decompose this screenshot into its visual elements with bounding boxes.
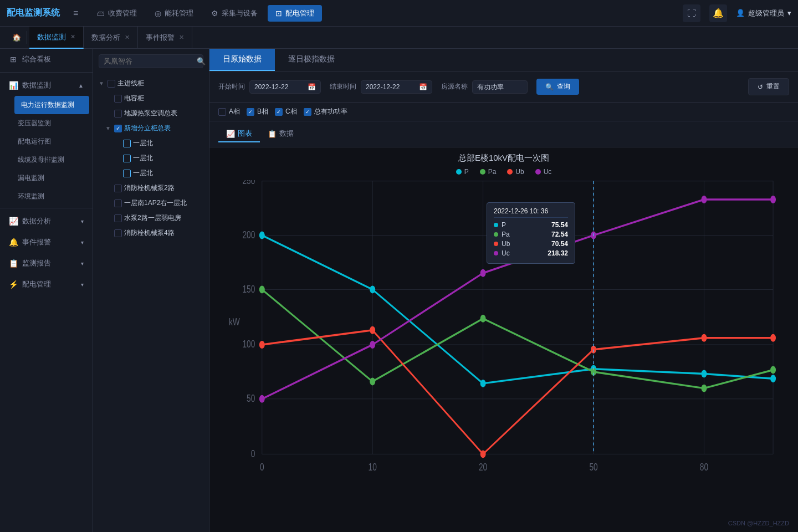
tab-riyuanshi[interactable]: 日原始数据	[209, 49, 275, 71]
data-view-btn[interactable]: 📋 数据	[260, 126, 301, 142]
jiancebao-arrow: ▾	[81, 260, 84, 267]
sidebar-item-xianlanyumupai[interactable]: 线缆及母排监测	[11, 151, 93, 169]
sidebar-item-shujufenxi[interactable]: 📈 数据分析 ▾	[0, 211, 93, 232]
cb-box-C[interactable]: ✓	[275, 108, 283, 116]
sidebar-item-dianli[interactable]: 电力运行数据监测	[14, 96, 89, 114]
query-button[interactable]: 🔍 查询	[536, 79, 579, 95]
tab-shuju-jiance[interactable]: 数据监测 ✕	[29, 27, 84, 49]
search-icon[interactable]: 🔍	[197, 57, 206, 65]
room-select[interactable]: 有功功率无功功率电流电压	[472, 80, 528, 94]
svg-text:80: 80	[700, 461, 708, 473]
cb-B-phase[interactable]: ✓ B相	[247, 107, 268, 116]
end-time-group: 结束时间 📅	[330, 80, 432, 94]
tree-node-main-bus[interactable]: ▼ 主进线柜	[93, 76, 209, 91]
end-date-input[interactable]	[366, 83, 416, 91]
tree-node-yicengbei1[interactable]: 一层北	[93, 136, 209, 151]
peidian2-arrow: ▾	[81, 282, 84, 288]
nav-shoufei[interactable]: 🗃 收费管理	[89, 5, 145, 22]
sidebar-item-shijianbaojing[interactable]: 🔔 事件报警 ▾	[0, 232, 93, 253]
user-menu[interactable]: 👤 超级管理员 ▾	[736, 8, 791, 18]
tree-node-yicengnan[interactable]: 一层南1AP2右一层北	[93, 196, 209, 211]
dot-P-4	[701, 370, 707, 377]
checkbox-yicengbei2[interactable]	[123, 155, 131, 162]
end-calendar-icon[interactable]: 📅	[419, 83, 427, 91]
tree-node-shuibeng2[interactable]: 水泵2路一层弱电房	[93, 211, 209, 226]
cb-box-total[interactable]: ✓	[304, 108, 311, 116]
checkbox-diyanre[interactable]	[114, 110, 122, 117]
checkbox-xiaofang2[interactable]	[114, 185, 122, 192]
start-date-input[interactable]	[254, 83, 304, 91]
tree-node-yicengbei3[interactable]: 一层北	[93, 166, 209, 181]
legend-dot-Pa	[480, 169, 485, 175]
sidebar-item-shujujiance[interactable]: 📊 数据监测 ▲	[0, 75, 93, 96]
svg-text:20: 20	[479, 461, 487, 473]
nav-caiji[interactable]: ⚙ 采集与设备	[203, 5, 265, 22]
start-calendar-icon[interactable]: 📅	[308, 83, 316, 91]
sidebar-item-jiancebao[interactable]: 📋 监测报告 ▾	[0, 253, 93, 274]
sidebar-item-peidian2[interactable]: ⚡ 配电管理 ▾	[0, 274, 93, 295]
dot-Ub-1	[370, 326, 375, 334]
watermark: CSDN @HZZD_HZZD	[728, 520, 789, 526]
tree-node-diyanre[interactable]: 地源热泵空调总表	[93, 106, 209, 121]
cb-A-phase[interactable]: A相	[218, 107, 240, 116]
dot-Uc-1	[370, 341, 375, 349]
cb-box-A[interactable]	[218, 108, 226, 116]
checkbox-main-bus[interactable]	[108, 80, 115, 88]
dot-Uc-2	[480, 269, 486, 277]
cb-total[interactable]: ✓ 总有功功率	[304, 107, 347, 116]
close-tab-baojing[interactable]: ✕	[179, 34, 184, 41]
peidian-icon: ⊡	[275, 9, 282, 18]
chart-tabs: 日原始数据 逐日极指数据	[209, 49, 798, 71]
tree-node-xiaofang2[interactable]: 消防栓机械泵2路	[93, 181, 209, 196]
cb-box-B[interactable]: ✓	[247, 108, 254, 116]
expand-new-split[interactable]: ▼	[104, 125, 112, 131]
checkbox-capacitor[interactable]	[114, 95, 122, 103]
user-arrow: ▾	[787, 9, 791, 17]
cb-C-phase[interactable]: ✓ C相	[275, 107, 297, 116]
expand-main-bus[interactable]: ▼	[98, 80, 105, 86]
tree-node-yicengbei2[interactable]: 一层北	[93, 151, 209, 166]
tree-node-xiaofang4[interactable]: 消防栓机械泵4路	[93, 226, 209, 241]
svg-text:kW: kW	[229, 316, 240, 328]
tab-shuju-fenxi[interactable]: 数据分析 ✕	[84, 27, 138, 49]
checkbox-shuibeng2[interactable]	[114, 214, 122, 222]
tree-search[interactable]: 🔍	[99, 54, 203, 68]
main-layout: ⊞ 综合看板 📊 数据监测 ▲ 电力运行数据监测 变压器监测 配电运行图 线缆及…	[0, 49, 798, 532]
reset-button[interactable]: ↺ 重置	[748, 78, 789, 95]
sidebar: ⊞ 综合看板 📊 数据监测 ▲ 电力运行数据监测 变压器监测 配电运行图 线缆及…	[0, 49, 93, 532]
checkbox-new-split[interactable]: ✓	[114, 125, 122, 132]
checkbox-xiaofang4[interactable]	[114, 229, 122, 237]
view-toggle: 📈 图表 📋 数据	[209, 121, 798, 147]
close-tab-fenxi[interactable]: ✕	[125, 34, 130, 41]
sidebar-item-zonghe[interactable]: ⊞ 综合看板	[0, 49, 93, 70]
close-tab-jiance[interactable]: ✕	[70, 33, 75, 40]
home-icon[interactable]: 🏠	[7, 31, 27, 44]
tab-shijian-baojing[interactable]: 事件报警 ✕	[138, 27, 192, 49]
notification-button[interactable]: 🔔	[709, 4, 727, 22]
svg-text:250: 250	[242, 180, 255, 187]
end-time-input-wrap[interactable]: 📅	[361, 80, 432, 94]
shujufenxi-arrow: ▾	[81, 218, 84, 224]
app-logo: 配电监测系统	[7, 7, 60, 19]
nav-nenghao[interactable]: ◎ 能耗管理	[147, 5, 201, 22]
start-time-input-wrap[interactable]: 📅	[249, 80, 321, 94]
sidebar-item-bianyaqi[interactable]: 变压器监测	[11, 114, 93, 132]
tab-zhurizhi[interactable]: 逐日极指数据	[275, 49, 348, 71]
sidebar-item-peidian[interactable]: 配电运行图	[11, 132, 93, 151]
shujujiance-arrow: ▲	[78, 83, 84, 89]
chart-view-btn[interactable]: 📈 图表	[218, 126, 260, 142]
search-input[interactable]	[104, 57, 197, 65]
menu-icon[interactable]: ≡	[73, 8, 78, 18]
content-area: 🔍 ▼ 主进线柜 电容柜 地源	[93, 49, 798, 532]
checkbox-yicengnan[interactable]	[114, 200, 122, 207]
sidebar-item-huanjing[interactable]: 环境监测	[11, 187, 93, 206]
sidebar-item-loujian[interactable]: 漏电监测	[11, 169, 93, 187]
checkbox-yicengbei1[interactable]	[123, 140, 131, 147]
nav-peidianguanli[interactable]: ⊡ 配电管理	[268, 5, 322, 22]
tree-node-new-split[interactable]: ▼ ✓ 新增分立柜总表	[93, 121, 209, 136]
svg-text:0: 0	[251, 447, 255, 459]
checkbox-yicengbei3[interactable]	[123, 170, 131, 177]
chart-svg: 0 50 100 150 200 250 kW 0 10 20 50 80	[221, 180, 787, 509]
tree-node-capacitor[interactable]: 电容柜	[93, 91, 209, 106]
fullscreen-button[interactable]: ⛶	[683, 4, 700, 22]
